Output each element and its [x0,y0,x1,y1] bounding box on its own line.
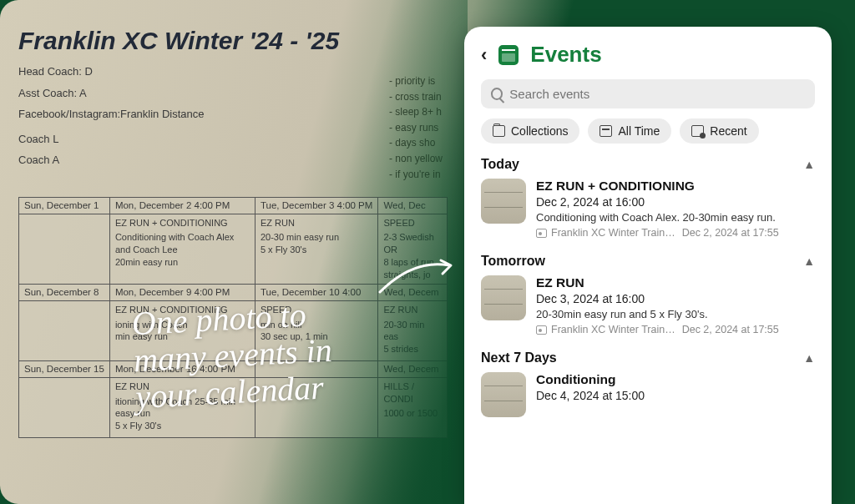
section-header-today: Today ▲ [481,157,815,172]
paper-coach-l: Coach L [18,131,448,148]
event-desc: 20-30min easy run and 5 x Fly 30's. [536,308,815,320]
sched-hdr: Sun, December 1 [19,197,110,214]
chevron-up-icon[interactable]: ▲ [803,158,815,171]
paper-note-line: - easy runs [389,120,443,136]
promo-container: Franklin XC Winter '24 - '25 Head Coach:… [0,0,855,504]
paper-coach-a: Coach A [18,152,448,169]
sched-cell [19,300,110,360]
event-date: Dec 4, 2024 at 15:00 [536,389,815,402]
sched-cell: EZ RUN20-30 min easy run 5 x Fly 30's [255,214,377,284]
back-chevron-icon[interactable]: ‹ [481,44,487,66]
calendar-recent-icon [691,125,704,137]
chip-all-time[interactable]: All Time [588,118,671,144]
chevron-up-icon[interactable]: ▲ [803,351,815,365]
chip-recent[interactable]: Recent [680,118,758,144]
chip-label: Recent [710,124,746,138]
paper-note-line: - cross train [389,89,443,105]
event-name: Conditioning [536,372,815,387]
section-header-next7: Next 7 Days ▲ [481,350,815,365]
sched-cell [19,214,110,284]
search-input-container[interactable] [481,79,815,108]
event-name: EZ RUN [536,275,815,290]
event-body: Conditioning Dec 4, 2024 at 15:00 [536,372,815,417]
chip-label: All Time [618,124,660,138]
calendar-icon [498,45,519,65]
folder-icon [493,125,505,137]
calendar-small-icon [600,125,612,137]
event-timestamp: Dec 2, 2024 at 17:55 [682,324,779,335]
event-thumbnail [481,275,526,320]
event-card[interactable]: Conditioning Dec 4, 2024 at 15:00 [481,372,815,417]
app-header: ‹ Events [481,42,815,68]
image-icon [536,325,547,335]
paper-note-line: - days sho [389,135,443,151]
event-thumbnail [481,179,526,224]
section-label: Today [481,157,519,172]
event-card[interactable]: EZ RUN + CONDITIONING Dec 2, 2024 at 16:… [481,179,815,239]
section-header-tomorrow: Tomorrow ▲ [481,254,815,269]
arrow-icon [376,250,459,300]
paper-notes: - priority is - cross train - sleep 8+ h… [389,73,443,182]
sched-hdr: Mon, December 9 4:00 PM [109,284,255,300]
event-name: EZ RUN + CONDITIONING [536,179,815,194]
search-input[interactable] [509,87,805,101]
event-meta: Franklin XC Winter Train… Dec 2, 2024 at… [536,227,815,239]
sched-cell: HILLS / CONDI1000 or 1500 [378,377,448,437]
event-card[interactable]: EZ RUN Dec 3, 2024 at 16:00 20-30min eas… [481,275,815,335]
search-icon [491,88,503,100]
sched-hdr: Wed, Decem [378,360,448,377]
paper-note-line: - non yellow [389,151,443,167]
event-meta: Franklin XC Winter Train… Dec 2, 2024 at… [536,324,815,335]
event-timestamp: Dec 2, 2024 at 17:55 [682,227,779,239]
image-icon [536,229,547,238]
sched-cell: EZ RUN + CONDITIONINGConditioning with C… [109,214,255,284]
sched-hdr: Wed, Dec [378,197,448,214]
event-source: Franklin XC Winter Train… [551,227,675,239]
event-thumbnail [481,372,526,417]
sched-hdr: Tue, December 3 4:00 PM [255,197,377,214]
event-body: EZ RUN + CONDITIONING Dec 2, 2024 at 16:… [536,179,815,239]
chip-label: Collections [511,124,568,138]
section-label: Next 7 Days [481,350,557,365]
sched-hdr: Sun, December 8 [19,284,110,300]
paper-note-line: - sleep 8+ h [389,104,443,120]
handwriting-overlay: One photo to many events in your calenda… [131,295,335,416]
events-app-panel: ‹ Events Collections All Time Recent [464,27,832,504]
sched-cell: EZ RUN20-30 min eas 5 strides [378,300,448,360]
event-date: Dec 2, 2024 at 16:00 [536,195,815,209]
paper-title: Franklin XC Winter '24 - '25 [18,27,448,55]
filter-chips: Collections All Time Recent [481,118,815,144]
event-source: Franklin XC Winter Train… [551,324,675,335]
event-date: Dec 3, 2024 at 16:00 [536,292,815,305]
paper-head-coach: Head Coach: D [18,63,448,80]
app-title: Events [530,42,601,68]
sched-cell [19,377,110,437]
event-body: EZ RUN Dec 3, 2024 at 16:00 20-30min eas… [536,275,815,335]
chip-collections[interactable]: Collections [481,118,579,144]
sched-hdr: Mon, December 2 4:00 PM [109,197,255,214]
paper-note-line: - priority is [389,73,443,89]
paper-social: Facebook/Instagram:Franklin Distance [18,106,448,123]
paper-note-line: - if you're in [389,167,443,183]
section-label: Tomorrow [481,254,545,269]
chevron-up-icon[interactable]: ▲ [803,255,815,268]
event-desc: Conditioning with Coach Alex. 20-30min e… [536,211,815,224]
paper-asst-coach: Asst Coach: A [18,85,448,102]
sched-hdr: Sun, December 15 [19,360,110,377]
